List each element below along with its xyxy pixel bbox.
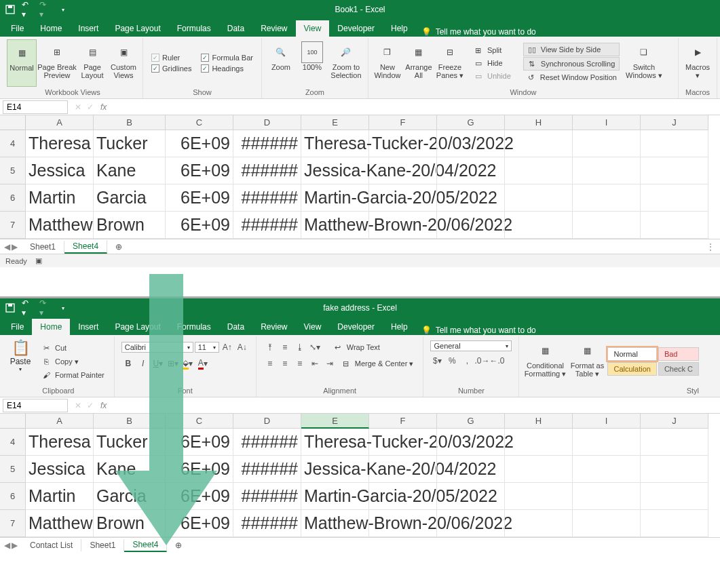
font-color-button[interactable]: A▾ (196, 357, 210, 370)
cell-G4[interactable] (437, 130, 505, 157)
column-header-C[interactable]: C (166, 414, 233, 429)
cell-D4[interactable]: ###### (233, 429, 301, 456)
cell-C4[interactable]: 6E+09 (166, 130, 233, 157)
zoom-to-selection-button[interactable]: 🔎Zoom to Selection (328, 39, 364, 87)
name-box[interactable] (3, 100, 68, 114)
cell-I4[interactable] (573, 429, 641, 456)
cell-I5[interactable] (573, 157, 641, 184)
page-layout-button[interactable]: ▤Page Layout (77, 39, 107, 87)
cell-style-calculation[interactable]: Calculation (607, 362, 656, 376)
headings-checkbox[interactable]: ✓Headings (201, 64, 253, 73)
align-left-icon[interactable]: ≡ (263, 357, 277, 370)
cell-I7[interactable] (573, 212, 641, 239)
borders-button[interactable]: ⊞▾ (166, 357, 180, 370)
tab-view[interactable]: View (296, 319, 330, 335)
column-header-C[interactable]: C (166, 115, 233, 130)
qat-customize-icon[interactable]: ▾ (57, 302, 69, 314)
tell-me-search[interactable]: 💡Tell me what you want to do (421, 27, 536, 37)
tell-me-search[interactable]: 💡Tell me what you want to do (421, 326, 536, 335)
cell-B4[interactable]: Tucker (94, 130, 166, 157)
cell-J5[interactable] (641, 157, 708, 184)
cell-style-check[interactable]: Check C (658, 362, 699, 376)
column-header-J[interactable]: J (641, 414, 708, 429)
font-size-combo[interactable]: 11▾ (195, 342, 219, 353)
cell-F4[interactable] (369, 429, 437, 456)
font-name-combo[interactable]: Calibri▾ (121, 342, 193, 353)
cell-G7[interactable] (437, 510, 505, 537)
cell-A4[interactable]: Theresa (26, 130, 94, 157)
tab-view[interactable]: View (296, 20, 330, 37)
tab-help[interactable]: Help (383, 20, 416, 37)
switch-windows-button[interactable]: ❏Switch Windows ▾ (625, 39, 663, 87)
cell-style-bad[interactable]: Bad (658, 347, 699, 361)
format-as-table-button[interactable]: ▦Format as Table ▾ (568, 338, 606, 385)
tab-insert[interactable]: Insert (70, 20, 107, 37)
percent-format-icon[interactable]: % (445, 354, 459, 368)
tab-developer[interactable]: Developer (329, 20, 383, 37)
cell-C6[interactable]: 6E+09 (166, 483, 233, 510)
cell-E4[interactable]: Theresa-Tucker-20/03/2022 (301, 429, 369, 456)
cell-E6[interactable]: Martin-Garcia-20/05/2022 (301, 184, 369, 212)
increase-decimal-icon[interactable]: .0→ (475, 354, 489, 368)
cell-C6[interactable]: 6E+09 (166, 184, 233, 212)
cell-J6[interactable] (641, 483, 708, 510)
row-header-7[interactable]: 7 (0, 510, 26, 537)
unhide-button[interactable]: ▭Unhide (470, 70, 514, 82)
tab-page-layout[interactable]: Page Layout (107, 319, 168, 335)
cell-E6[interactable]: Martin-Garcia-20/05/2022 (301, 483, 369, 510)
tab-file[interactable]: File (3, 20, 32, 37)
hide-button[interactable]: ▭Hide (470, 57, 514, 69)
macros-button[interactable]: ▶Macros ▾ (683, 39, 713, 87)
save-icon[interactable] (4, 3, 16, 16)
column-header-D[interactable]: D (233, 115, 301, 130)
cell-D6[interactable]: ###### (233, 184, 301, 212)
macro-record-icon[interactable]: ▣ (35, 256, 42, 265)
cell-J4[interactable] (641, 429, 708, 456)
fx-icon[interactable]: fx (98, 401, 109, 410)
column-header-B[interactable]: B (94, 414, 166, 429)
sheet-tab-sheet1[interactable]: Sheet1 (22, 241, 64, 253)
cell-D7[interactable]: ###### (233, 510, 301, 537)
redo-icon[interactable]: ↷ ▾ (39, 302, 52, 314)
new-window-button[interactable]: ❐New Window (373, 39, 402, 87)
tab-home[interactable]: Home (32, 319, 70, 335)
cell-D5[interactable]: ###### (233, 456, 301, 483)
cell-style-normal[interactable]: Normal (607, 347, 656, 361)
cell-F6[interactable] (369, 483, 437, 510)
row-header-5[interactable]: 5 (0, 157, 26, 184)
cell-G5[interactable] (437, 157, 505, 184)
zoom-100-button[interactable]: 100100% (297, 39, 327, 87)
column-header-F[interactable]: F (369, 115, 437, 130)
column-header-F[interactable]: F (369, 414, 437, 429)
zoom-button[interactable]: 🔍Zoom (266, 39, 296, 87)
cell-D4[interactable]: ###### (233, 130, 301, 157)
split-button[interactable]: ⊞Split (470, 44, 514, 56)
arrange-all-button[interactable]: ▦Arrange All (404, 39, 434, 87)
fx-icon[interactable]: fx (98, 102, 109, 112)
tab-file[interactable]: File (3, 319, 32, 335)
sheet-tab-sheet1[interactable]: Sheet1 (81, 539, 124, 551)
sheet-nav-prev-icon[interactable]: ◀ (4, 242, 10, 252)
tab-formulas[interactable]: Formulas (169, 319, 219, 335)
row-header-4[interactable]: 4 (0, 130, 26, 157)
column-header-B[interactable]: B (94, 115, 166, 130)
cell-I6[interactable] (573, 184, 641, 212)
align-middle-icon[interactable]: ≡ (278, 340, 292, 354)
column-header-E[interactable]: E (301, 115, 369, 130)
cell-F7[interactable] (369, 510, 437, 537)
cell-H7[interactable] (505, 510, 573, 537)
increase-font-icon[interactable]: A↑ (221, 340, 234, 354)
sheet-nav-next-icon[interactable]: ▶ (12, 242, 18, 252)
cell-E7[interactable]: Matthew-Brown-20/06/2022 (301, 212, 369, 239)
decrease-indent-icon[interactable]: ⇤ (308, 357, 322, 370)
formula-input[interactable] (109, 99, 720, 115)
column-header-G[interactable]: G (437, 115, 505, 130)
cell-B6[interactable]: Garcia (94, 483, 166, 510)
cell-J4[interactable] (641, 130, 708, 157)
cell-A5[interactable]: Jessica (26, 456, 94, 483)
tab-data[interactable]: Data (219, 20, 252, 37)
cell-B6[interactable]: Garcia (94, 184, 166, 212)
cell-A7[interactable]: Matthew (26, 212, 94, 239)
cell-H7[interactable] (505, 212, 573, 239)
cell-I7[interactable] (573, 510, 641, 537)
